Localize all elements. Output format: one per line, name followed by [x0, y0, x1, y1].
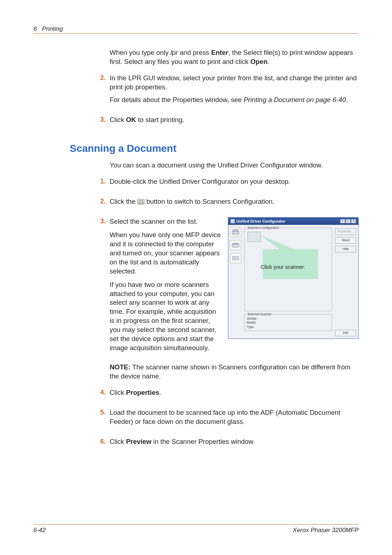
enter-key: Enter: [211, 49, 228, 56]
step-3-text: Click OK to start printing.: [110, 116, 359, 125]
scan-step-5-text: Load the document to be scanned face up …: [110, 408, 359, 426]
group-title: Scanners configuration: [247, 226, 280, 230]
configurator-window: Unified Driver Configurator − □ ×: [228, 217, 359, 339]
group-title: Selected scanner:: [247, 312, 273, 316]
ok-label: OK: [126, 116, 136, 123]
step-2-prev: 2. In the LPR GUI window, select your pr…: [110, 74, 359, 108]
open-label: Open: [250, 58, 268, 65]
app-icon: [230, 219, 235, 223]
svg-rect-4: [233, 243, 238, 244]
section-heading: Scanning a Document: [70, 143, 359, 154]
page-number: 6-42: [33, 527, 46, 534]
svg-marker-9: [259, 235, 318, 279]
printers-icon[interactable]: [230, 227, 241, 237]
scanner-item[interactable]: [248, 232, 261, 242]
scan-step-1-text: Double-click the Unified Driver Configur…: [110, 177, 359, 186]
chapter-ref: 6 Printing: [33, 25, 63, 32]
scan-step-1: 1. Double-click the Unified Driver Confi…: [110, 177, 359, 190]
step-number: 1.: [100, 177, 110, 185]
note-label: NOTE:: [110, 363, 131, 371]
close-icon[interactable]: ×: [351, 219, 356, 223]
scan-step-3-p3: If you have two or more scanners attache…: [110, 280, 221, 353]
step-number: 5.: [100, 408, 110, 416]
properties-button[interactable]: Properties...: [335, 228, 356, 235]
chapter-title: Printing: [42, 25, 63, 32]
scan-step-6: 6. Click Preview in the Scanner Properti…: [110, 437, 359, 450]
window-controls: − □ ×: [340, 219, 356, 223]
about-button[interactable]: About: [335, 237, 356, 244]
properties-label: Properties: [126, 389, 159, 396]
preview-label: Preview: [126, 438, 151, 445]
step-3-prev: 3. Click OK to start printing.: [110, 116, 359, 128]
page-header: 6 Printing: [33, 25, 359, 34]
scanners-list-group: Scanners configuration Click your scanne…: [244, 228, 332, 311]
scan-intro: You can scan a document using the Unifie…: [110, 161, 359, 170]
svg-point-7: [234, 257, 234, 258]
step-number: 3.: [100, 217, 110, 225]
note-paragraph: NOTE: The scanner name shown in Scanners…: [110, 363, 359, 381]
vendor-label: Vendor:: [247, 317, 330, 321]
step-number: 3.: [100, 116, 110, 123]
scanners-icon[interactable]: [230, 240, 241, 250]
step-number: 2.: [100, 197, 110, 205]
scan-content: You can scan a document using the Unifie…: [110, 161, 359, 450]
scan-step-2: 2. Click the button to switch to Scanner…: [110, 197, 359, 210]
page-footer: 6-42 Xerox Phaser 3200MFP: [33, 524, 359, 534]
product-name: Xerox Phaser 3200MFP: [293, 527, 359, 534]
minimize-icon[interactable]: −: [340, 219, 345, 223]
callout: [258, 233, 319, 279]
ports-icon[interactable]: [230, 253, 241, 263]
window-title: Unified Driver Configurator: [236, 219, 285, 224]
lpr-text: lpr: [171, 49, 178, 56]
side-toolbar: [228, 225, 243, 339]
step-number: 2.: [100, 74, 110, 82]
selected-scanner-group: Selected scanner: Vendor: Model: Type:: [244, 314, 332, 331]
scan-step-4: 4. Click Properties.: [110, 388, 359, 401]
scan-step-3: 3. Select the scanner on the list. When …: [110, 217, 359, 357]
svg-rect-2: [234, 233, 237, 235]
scan-step-3-p1: Select the scanner on the list.: [110, 217, 221, 226]
help-button[interactable]: Help: [335, 246, 356, 252]
scan-step-3-p2: When you have only one MFP device and it…: [110, 231, 221, 276]
xref: Printing a Document on page 6-40: [244, 96, 346, 104]
step-number: 4.: [100, 388, 110, 396]
svg-rect-0: [233, 230, 238, 232]
maximize-icon[interactable]: □: [346, 219, 351, 223]
model-label: Model:: [247, 321, 330, 325]
step-2-detail: For details about the Properties window,…: [110, 96, 359, 105]
scan-step-4-text: Click Properties.: [110, 388, 359, 397]
scanner-config-icon: [137, 199, 144, 204]
type-label: Type:: [247, 325, 330, 329]
callout-text: Click your scanner.: [261, 264, 305, 271]
exit-button[interactable]: Exit: [335, 330, 356, 336]
scan-step-5: 5. Load the document to be scanned face …: [110, 408, 359, 430]
configurator-screenshot: Unified Driver Configurator − □ ×: [228, 217, 359, 339]
lpr-paragraph: When you type only lpr and press Enter, …: [110, 48, 359, 66]
step-number: 6.: [100, 437, 110, 445]
scan-step-2-text: Click the button to switch to Scanners C…: [110, 197, 359, 206]
scan-step-6-text: Click Preview in the Scanner Properties …: [110, 437, 359, 446]
svg-point-8: [235, 257, 236, 258]
content: When you type only lpr and press Enter, …: [110, 48, 359, 128]
chapter-number: 6: [33, 25, 37, 32]
step-2-text: In the LPR GUI window, select your print…: [110, 74, 359, 92]
titlebar: Unified Driver Configurator − □ ×: [228, 218, 358, 225]
